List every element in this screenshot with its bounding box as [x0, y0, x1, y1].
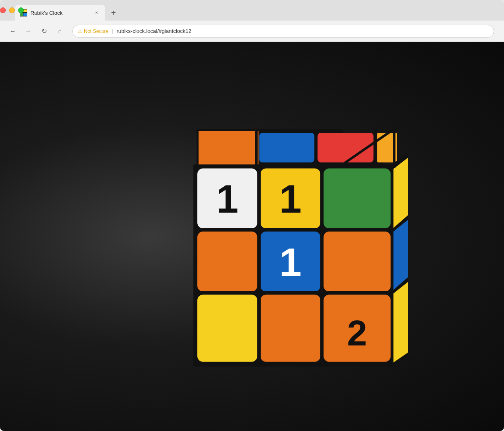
- not-secure-text: Not Secure: [84, 28, 109, 34]
- svg-rect-3: [20, 13, 23, 16]
- svg-rect-8: [259, 133, 314, 162]
- svg-rect-17: [324, 168, 391, 228]
- svg-rect-22: [261, 294, 321, 361]
- svg-rect-20: [324, 232, 391, 292]
- address-bar[interactable]: ⚠ Not Secure | rubiks-clock.local/#giant…: [72, 25, 494, 38]
- nav-bar: ← → ↻ ⌂ ⚠ Not Secure | rubiks-clock.loca…: [0, 21, 504, 42]
- svg-text:1: 1: [279, 176, 301, 221]
- browser-frame: Rubik's Clock × + ← → ↻ ⌂ ⚠ Not Secure |…: [0, 0, 504, 431]
- svg-rect-4: [23, 13, 27, 16]
- security-warning: ⚠ Not Secure: [78, 28, 109, 34]
- back-button[interactable]: ←: [7, 25, 19, 37]
- close-button[interactable]: [0, 7, 6, 13]
- svg-rect-2: [23, 9, 27, 12]
- minimize-button[interactable]: [9, 7, 15, 13]
- svg-text:1: 1: [216, 176, 238, 221]
- svg-rect-18: [197, 232, 257, 292]
- svg-rect-7: [201, 133, 256, 162]
- traffic-lights: [0, 7, 24, 13]
- forward-button: →: [22, 25, 35, 37]
- maximize-button[interactable]: [18, 7, 24, 13]
- reload-button[interactable]: ↻: [38, 25, 50, 37]
- rubiks-cube-svg: 1 1 1 2: [129, 105, 408, 385]
- url-separator: |: [112, 28, 113, 34]
- tab-bar-left: [5, 0, 15, 21]
- new-tab-button[interactable]: +: [107, 6, 120, 19]
- svg-text:2: 2: [347, 313, 367, 353]
- url-text: rubiks-clock.local/#giantclock12: [116, 28, 191, 34]
- cube-container: 1 1 1 2: [129, 105, 408, 385]
- tab-bar: Rubik's Clock × +: [0, 0, 504, 21]
- content-area: 1 1 1 2: [0, 42, 504, 431]
- warning-icon: ⚠: [78, 28, 82, 34]
- tab-title: Rubik's Clock: [30, 10, 90, 16]
- svg-rect-21: [197, 294, 257, 361]
- home-button[interactable]: ⌂: [53, 25, 66, 37]
- tab-close-button[interactable]: ×: [93, 9, 100, 16]
- browser-tab[interactable]: Rubik's Clock ×: [15, 5, 105, 21]
- svg-text:1: 1: [279, 240, 301, 285]
